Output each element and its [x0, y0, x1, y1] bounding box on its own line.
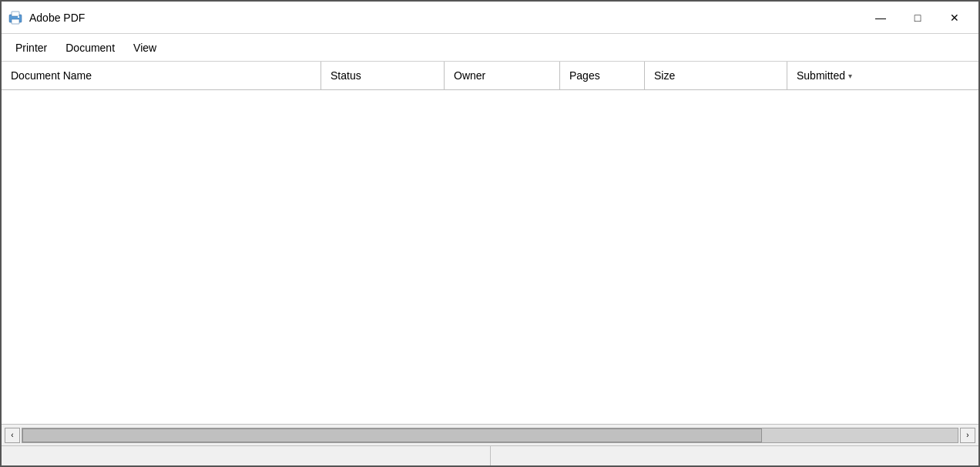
col-header-status[interactable]: Status: [321, 62, 445, 89]
status-bar-left: [2, 446, 491, 465]
col-header-pages[interactable]: Pages: [560, 62, 645, 89]
scroll-right-button[interactable]: ›: [960, 428, 975, 443]
menu-bar: Printer Document View: [2, 34, 978, 62]
table-body: [2, 90, 978, 424]
sort-indicator-submitted: ▾: [848, 72, 852, 80]
svg-rect-3: [18, 16, 19, 18]
svg-rect-2: [12, 19, 19, 24]
table-header: Document Name Status Owner Pages Size Su…: [2, 62, 978, 90]
svg-rect-1: [12, 12, 19, 16]
close-button[interactable]: ✕: [937, 5, 972, 30]
col-header-owner[interactable]: Owner: [445, 62, 560, 89]
title-bar-buttons: — □ ✕: [863, 5, 972, 30]
status-bar-right: [491, 446, 979, 465]
title-bar: Adobe PDF — □ ✕: [2, 2, 978, 34]
horizontal-scrollbar[interactable]: ‹ ›: [2, 424, 978, 445]
col-header-submitted[interactable]: Submitted ▾: [787, 62, 978, 89]
scroll-track[interactable]: [22, 428, 958, 443]
print-queue-table: Document Name Status Owner Pages Size Su…: [2, 62, 978, 424]
menu-item-printer[interactable]: Printer: [8, 39, 55, 57]
main-window: Adobe PDF — □ ✕ Printer Document View Do…: [0, 0, 980, 467]
scroll-thumb[interactable]: [22, 428, 762, 442]
menu-item-document[interactable]: Document: [58, 39, 123, 57]
menu-item-view[interactable]: View: [126, 39, 164, 57]
app-icon: [8, 10, 23, 25]
maximize-button[interactable]: □: [900, 5, 935, 30]
window-title: Adobe PDF: [29, 12, 863, 24]
col-header-size[interactable]: Size: [645, 62, 787, 89]
col-header-document-name[interactable]: Document Name: [2, 62, 321, 89]
minimize-button[interactable]: —: [863, 5, 898, 30]
status-bar: [2, 445, 978, 465]
scroll-left-button[interactable]: ‹: [5, 428, 20, 443]
